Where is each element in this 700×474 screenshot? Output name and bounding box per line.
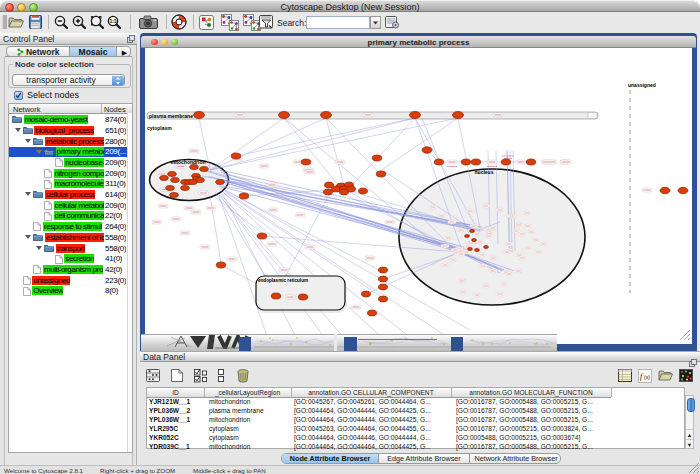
svg-text:cytoplasm: cytoplasm — [147, 125, 172, 131]
svg-text:endoplasmic reticulum: endoplasmic reticulum — [258, 278, 308, 283]
svg-text:mitochondrion: mitochondrion — [171, 159, 206, 165]
svg-text:(x): (x) — [644, 374, 650, 380]
svg-text:plasma membrane: plasma membrane — [149, 113, 193, 119]
svg-text:nucleus: nucleus — [475, 169, 494, 175]
svg-text:unassigned: unassigned — [628, 82, 656, 88]
svg-text:1:1: 1:1 — [109, 18, 116, 24]
